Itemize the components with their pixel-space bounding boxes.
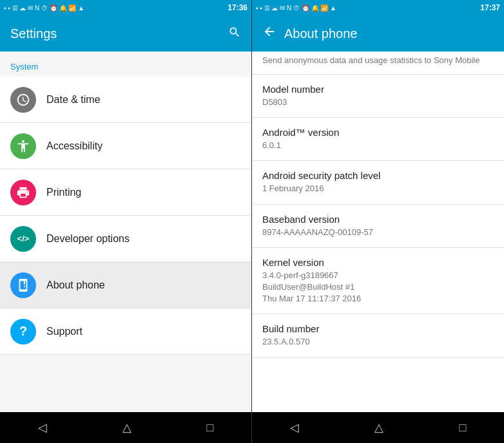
printing-icon <box>10 180 36 205</box>
about-phone-label: About phone <box>46 279 105 291</box>
status-time-right: 17:37 <box>480 3 500 12</box>
nav-bar-right: ◁ △ □ <box>252 412 504 443</box>
status-time-left: 17:36 <box>228 3 247 12</box>
security-patch-value: 1 February 2016 <box>262 183 494 194</box>
status-bar-right-info: 17:36 <box>228 3 247 12</box>
build-number-label: Build number <box>262 323 494 334</box>
status-bar-right: ▪ ▪ ☰ ☁ ✉ N ⏱ ⏰ 🔔 📶 ▲ 17:37 <box>252 0 504 15</box>
support-icon: ? <box>10 319 36 344</box>
developer-label: Developer options <box>46 233 130 245</box>
about-item-baseband[interactable]: Baseband version 8974-AAAAANAZQ-00109-57 <box>252 205 504 248</box>
about-item-android-version[interactable]: Android™ version 6.0.1 <box>252 118 504 161</box>
android-version-value: 6.0.1 <box>262 140 494 151</box>
about-item-security-patch[interactable]: Android security patch level 1 February … <box>252 161 504 204</box>
signal-icons: ▪ ▪ ☰ ☁ ✉ N ⏱ ⏰ 🔔 📶 ▲ <box>4 5 84 12</box>
date-time-icon <box>10 87 36 113</box>
build-number-value: 23.5.A.0.570 <box>262 336 494 348</box>
home-button-left[interactable]: △ <box>110 415 144 440</box>
back-arrow-icon[interactable] <box>262 24 276 42</box>
nav-bar-left: ◁ △ □ <box>0 412 251 443</box>
partial-top-item: Send anonymous data and usage statistics… <box>252 52 504 75</box>
back-button-left[interactable]: ◁ <box>25 415 60 440</box>
back-button-right[interactable]: ◁ <box>277 415 312 440</box>
baseband-label: Baseband version <box>262 214 494 225</box>
date-time-label: Date & time <box>46 94 101 106</box>
about-phone-title: About phone <box>284 26 494 41</box>
about-phone-screen: ▪ ▪ ☰ ☁ ✉ N ⏱ ⏰ 🔔 📶 ▲ 17:37 About phone … <box>252 0 504 443</box>
security-patch-label: Android security patch level <box>262 170 494 181</box>
settings-item-accessibility[interactable]: Accessibility <box>0 123 251 169</box>
settings-item-support[interactable]: ? Support <box>0 308 251 355</box>
settings-title: Settings <box>10 26 228 41</box>
android-version-label: Android™ version <box>262 127 494 138</box>
about-phone-icon <box>10 272 36 298</box>
recent-button-right[interactable]: □ <box>446 416 479 440</box>
model-number-label: Model number <box>262 84 494 95</box>
settings-scroll[interactable]: System Date & time Accessibility <box>0 52 251 412</box>
about-phone-app-bar: About phone <box>252 15 504 52</box>
settings-item-about-phone[interactable]: About phone <box>0 262 251 308</box>
status-bar-left-icons: ▪ ▪ ☰ ☁ ✉ N ⏱ ⏰ 🔔 📶 ▲ <box>4 5 84 12</box>
recent-button-left[interactable]: □ <box>194 416 227 440</box>
about-item-build-number[interactable]: Build number 23.5.A.0.570 <box>252 314 504 357</box>
accessibility-icon <box>10 133 36 159</box>
baseband-value: 8974-AAAAANAZQ-00109-57 <box>262 227 494 238</box>
settings-item-date-time[interactable]: Date & time <box>0 77 251 123</box>
system-section-header: System <box>0 52 251 77</box>
about-scroll[interactable]: Send anonymous data and usage statistics… <box>252 52 504 412</box>
signal-icons-right: ▪ ▪ ☰ ☁ ✉ N ⏱ ⏰ 🔔 📶 ▲ <box>256 5 336 12</box>
about-item-kernel[interactable]: Kernel version 3.4.0-perf-g3189667 Build… <box>252 248 504 315</box>
partial-top-value: Send anonymous data and usage statistics… <box>262 55 494 65</box>
about-item-model-number[interactable]: Model number D5803 <box>252 75 504 118</box>
settings-screen: ▪ ▪ ☰ ☁ ✉ N ⏱ ⏰ 🔔 📶 ▲ 17:36 Settings Sys… <box>0 0 252 443</box>
search-icon[interactable] <box>228 26 241 42</box>
settings-item-developer[interactable]: </> Developer options <box>0 216 251 262</box>
status-bar-right-right-info: 17:37 <box>480 3 500 12</box>
home-button-right[interactable]: △ <box>362 415 396 440</box>
settings-app-bar: Settings <box>0 15 251 52</box>
accessibility-label: Accessibility <box>46 140 102 152</box>
settings-item-printing[interactable]: Printing <box>0 169 251 216</box>
status-bar-left: ▪ ▪ ☰ ☁ ✉ N ⏱ ⏰ 🔔 📶 ▲ 17:36 <box>0 0 251 15</box>
status-bar-right-left-icons: ▪ ▪ ☰ ☁ ✉ N ⏱ ⏰ 🔔 📶 ▲ <box>256 5 336 12</box>
kernel-value: 3.4.0-perf-g3189667 BuildUser@BuildHost … <box>262 270 494 305</box>
developer-icon: </> <box>10 226 36 252</box>
model-number-value: D5803 <box>262 97 494 108</box>
kernel-label: Kernel version <box>262 257 494 268</box>
support-label: Support <box>46 326 82 337</box>
printing-label: Printing <box>46 187 81 198</box>
